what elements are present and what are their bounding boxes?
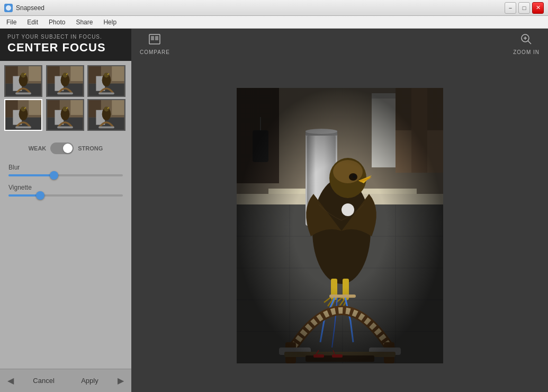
blur-thumb[interactable] — [50, 171, 58, 180]
menu-photo[interactable]: Photo — [44, 17, 69, 27]
svg-rect-54 — [98, 126, 114, 128]
svg-rect-45 — [57, 126, 73, 128]
cancel-button[interactable]: Cancel — [22, 373, 65, 388]
strength-toggle[interactable] — [50, 142, 74, 154]
svg-rect-9 — [15, 92, 31, 94]
compare-label: COMPARE — [140, 49, 170, 55]
svg-rect-12 — [70, 66, 83, 81]
window-controls: − □ ✕ — [505, 2, 544, 14]
main-layout: PUT YOUR SUBJECT IN FOCUS. CENTER FOCUS — [0, 29, 548, 392]
panel-title: CENTER FOCUS — [7, 41, 124, 55]
blur-track[interactable] — [8, 174, 123, 176]
title-bar: Snapseed − □ ✕ — [0, 0, 548, 16]
thumbnail-3[interactable] — [87, 65, 125, 97]
thumbnail-6[interactable] — [87, 99, 125, 131]
svg-rect-30 — [29, 100, 41, 115]
vignette-slider-group: Vignette — [8, 184, 123, 197]
toggle-row: WEAK STRONG — [8, 142, 123, 154]
minimize-button[interactable]: − — [505, 2, 516, 14]
vignette-track[interactable] — [8, 194, 123, 197]
zoom-in-label: ZOOM IN — [513, 49, 540, 55]
svg-rect-48 — [112, 100, 124, 115]
svg-point-25 — [104, 73, 109, 77]
compare-icon — [148, 33, 161, 48]
svg-point-0 — [6, 5, 11, 11]
svg-point-43 — [62, 106, 67, 111]
panel-header: PUT YOUR SUBJECT IN FOCUS. CENTER FOCUS — [0, 29, 131, 61]
app-icon — [4, 4, 13, 12]
blur-label: Blur — [8, 164, 123, 171]
svg-line-59 — [528, 41, 531, 44]
thumbnail-5[interactable] — [46, 99, 84, 131]
menu-file[interactable]: File — [2, 17, 21, 27]
menu-share[interactable]: Share — [71, 17, 97, 27]
toggle-knob — [63, 144, 73, 153]
canvas-toolbar: COMPARE ZOOM IN — [131, 29, 548, 59]
svg-point-34 — [21, 106, 25, 111]
vignette-label: Vignette — [8, 184, 123, 191]
svg-rect-18 — [57, 92, 73, 94]
image-container — [131, 59, 548, 392]
svg-rect-56 — [151, 36, 154, 40]
menu-bar: File Edit Photo Share Help — [0, 16, 548, 29]
zoom-in-tool[interactable]: ZOOM IN — [513, 33, 540, 55]
blur-fill — [8, 174, 54, 176]
thumbnail-2[interactable] — [46, 65, 84, 97]
vignette-thumb[interactable] — [36, 191, 44, 200]
controls-area: WEAK STRONG Blur Vignette — [0, 135, 131, 369]
svg-rect-3 — [29, 66, 41, 81]
menu-edit[interactable]: Edit — [23, 17, 42, 27]
svg-point-16 — [62, 73, 67, 77]
svg-rect-103 — [237, 88, 443, 363]
svg-rect-27 — [98, 92, 114, 94]
bottom-bar: ◀ Cancel Apply ▶ — [0, 369, 131, 392]
canvas-area: COMPARE ZOOM IN — [131, 29, 548, 392]
app-title: Snapseed — [16, 4, 44, 12]
close-button[interactable]: ✕ — [532, 2, 544, 14]
blur-slider-group: Blur — [8, 164, 123, 176]
eagle-photo — [237, 88, 443, 363]
svg-rect-39 — [70, 100, 83, 115]
svg-rect-36 — [15, 126, 31, 128]
menu-help[interactable]: Help — [99, 17, 121, 27]
prev-arrow[interactable]: ◀ — [4, 375, 17, 387]
strong-label: STRONG — [78, 145, 103, 152]
svg-point-52 — [104, 106, 109, 111]
svg-point-7 — [21, 73, 25, 77]
thumbnail-1[interactable] — [4, 65, 42, 97]
photo-frame — [237, 88, 443, 363]
next-arrow[interactable]: ▶ — [114, 375, 127, 387]
svg-rect-21 — [112, 66, 124, 81]
thumbnail-4[interactable] — [4, 99, 42, 131]
maximize-button[interactable]: □ — [518, 2, 530, 14]
left-panel: PUT YOUR SUBJECT IN FOCUS. CENTER FOCUS — [0, 29, 131, 392]
panel-subtitle: PUT YOUR SUBJECT IN FOCUS. — [7, 34, 124, 40]
zoom-in-icon — [520, 33, 533, 48]
svg-rect-57 — [155, 36, 158, 40]
weak-label: WEAK — [29, 145, 47, 152]
title-bar-left: Snapseed — [4, 4, 44, 12]
thumbnail-grid — [0, 61, 131, 135]
vignette-fill — [8, 194, 40, 197]
apply-button[interactable]: Apply — [70, 373, 109, 388]
compare-tool[interactable]: COMPARE — [140, 33, 170, 55]
